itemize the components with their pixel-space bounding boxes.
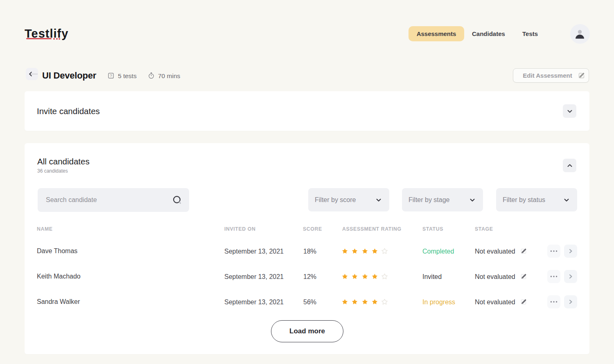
svg-text:?: ?	[110, 74, 112, 78]
